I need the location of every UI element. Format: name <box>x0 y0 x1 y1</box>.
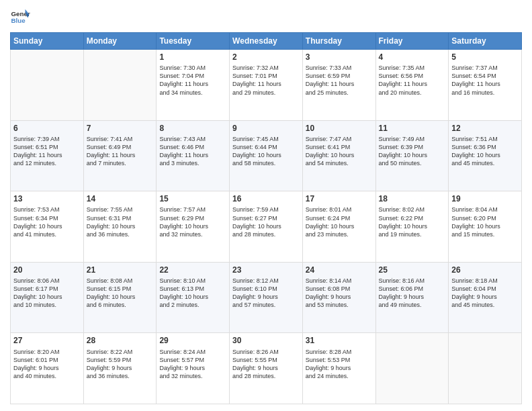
day-info: Sunrise: 8:20 AMSunset: 6:01 PMDaylight:… <box>13 348 81 381</box>
day-info: Sunrise: 7:59 AMSunset: 6:27 PMDaylight:… <box>232 205 300 238</box>
calendar-day-cell: 5Sunrise: 7:37 AMSunset: 6:54 PMDaylight… <box>449 50 522 121</box>
calendar-day-cell: 6Sunrise: 7:39 AMSunset: 6:51 PMDaylight… <box>11 120 84 191</box>
day-info: Sunrise: 8:18 AMSunset: 6:04 PMDaylight:… <box>451 277 519 310</box>
day-number: 9 <box>232 123 300 134</box>
day-info: Sunrise: 8:04 AMSunset: 6:20 PMDaylight:… <box>451 205 519 238</box>
day-number: 20 <box>13 265 81 275</box>
calendar-day-cell <box>375 333 449 404</box>
day-number: 28 <box>87 335 154 346</box>
day-info: Sunrise: 7:57 AMSunset: 6:29 PMDaylight:… <box>159 205 226 238</box>
day-number: 21 <box>87 265 154 275</box>
day-number: 11 <box>379 123 446 134</box>
day-number: 27 <box>13 335 81 346</box>
day-number: 15 <box>159 193 226 204</box>
day-info: Sunrise: 8:12 AMSunset: 6:10 PMDaylight:… <box>232 277 300 310</box>
calendar-day-cell: 23Sunrise: 8:12 AMSunset: 6:10 PMDayligh… <box>230 262 303 333</box>
day-number: 19 <box>451 193 519 204</box>
calendar-day-cell: 25Sunrise: 8:16 AMSunset: 6:06 PMDayligh… <box>375 262 449 333</box>
weekday-header: Saturday <box>449 33 522 50</box>
calendar-day-cell: 2Sunrise: 7:32 AMSunset: 7:01 PMDaylight… <box>230 50 303 121</box>
day-number: 25 <box>379 265 446 275</box>
day-number: 5 <box>451 52 519 62</box>
day-number: 24 <box>306 265 373 275</box>
day-number: 22 <box>159 265 226 275</box>
day-number: 10 <box>306 123 373 134</box>
day-info: Sunrise: 7:47 AMSunset: 6:41 PMDaylight:… <box>306 135 373 168</box>
day-number: 8 <box>159 123 226 134</box>
day-info: Sunrise: 7:43 AMSunset: 6:46 PMDaylight:… <box>159 135 226 168</box>
day-info: Sunrise: 8:02 AMSunset: 6:22 PMDaylight:… <box>379 205 446 238</box>
day-number: 2 <box>232 52 300 62</box>
calendar-day-cell <box>11 50 84 121</box>
day-info: Sunrise: 7:30 AMSunset: 7:04 PMDaylight:… <box>159 64 226 97</box>
day-info: Sunrise: 8:10 AMSunset: 6:13 PMDaylight:… <box>159 277 226 310</box>
calendar-week-row: 1Sunrise: 7:30 AMSunset: 7:04 PMDaylight… <box>11 50 522 121</box>
day-info: Sunrise: 8:14 AMSunset: 6:08 PMDaylight:… <box>306 277 373 310</box>
calendar-week-row: 13Sunrise: 7:53 AMSunset: 6:34 PMDayligh… <box>11 191 522 263</box>
day-info: Sunrise: 7:49 AMSunset: 6:39 PMDaylight:… <box>379 135 446 168</box>
day-info: Sunrise: 7:32 AMSunset: 7:01 PMDaylight:… <box>232 64 300 97</box>
day-number: 14 <box>87 193 154 204</box>
calendar-day-cell: 14Sunrise: 7:55 AMSunset: 6:31 PMDayligh… <box>83 191 157 263</box>
day-info: Sunrise: 7:39 AMSunset: 6:51 PMDaylight:… <box>13 135 81 168</box>
calendar-day-cell: 22Sunrise: 8:10 AMSunset: 6:13 PMDayligh… <box>157 262 230 333</box>
day-info: Sunrise: 8:08 AMSunset: 6:15 PMDaylight:… <box>87 277 154 310</box>
day-info: Sunrise: 7:37 AMSunset: 6:54 PMDaylight:… <box>451 64 519 97</box>
calendar-day-cell: 27Sunrise: 8:20 AMSunset: 6:01 PMDayligh… <box>11 333 84 404</box>
day-info: Sunrise: 8:24 AMSunset: 5:57 PMDaylight:… <box>159 348 226 381</box>
calendar-day-cell: 19Sunrise: 8:04 AMSunset: 6:20 PMDayligh… <box>449 191 522 263</box>
day-info: Sunrise: 7:41 AMSunset: 6:49 PMDaylight:… <box>87 135 154 168</box>
day-number: 18 <box>379 193 446 204</box>
day-info: Sunrise: 7:33 AMSunset: 6:59 PMDaylight:… <box>306 64 373 97</box>
calendar-table: SundayMondayTuesdayWednesdayThursdayFrid… <box>10 32 522 404</box>
day-info: Sunrise: 7:55 AMSunset: 6:31 PMDaylight:… <box>87 205 154 238</box>
day-number: 26 <box>451 265 519 275</box>
calendar-header-row: SundayMondayTuesdayWednesdayThursdayFrid… <box>11 33 522 50</box>
day-number: 16 <box>232 193 300 204</box>
day-info: Sunrise: 7:53 AMSunset: 6:34 PMDaylight:… <box>13 205 81 238</box>
day-info: Sunrise: 8:22 AMSunset: 5:59 PMDaylight:… <box>87 348 154 381</box>
calendar-day-cell: 9Sunrise: 7:45 AMSunset: 6:44 PMDaylight… <box>230 120 303 191</box>
calendar-day-cell: 29Sunrise: 8:24 AMSunset: 5:57 PMDayligh… <box>157 333 230 404</box>
day-number: 17 <box>306 193 373 204</box>
calendar-day-cell: 4Sunrise: 7:35 AMSunset: 6:56 PMDaylight… <box>375 50 449 121</box>
calendar-day-cell: 12Sunrise: 7:51 AMSunset: 6:36 PMDayligh… <box>449 120 522 191</box>
day-info: Sunrise: 8:01 AMSunset: 6:24 PMDaylight:… <box>306 205 373 238</box>
day-info: Sunrise: 8:28 AMSunset: 5:53 PMDaylight:… <box>306 348 373 381</box>
day-number: 31 <box>306 335 373 346</box>
logo: General Blue <box>10 7 30 27</box>
day-number: 12 <box>451 123 519 134</box>
weekday-header: Friday <box>375 33 449 50</box>
calendar-week-row: 27Sunrise: 8:20 AMSunset: 6:01 PMDayligh… <box>11 333 522 404</box>
day-number: 7 <box>87 123 154 134</box>
calendar-day-cell: 20Sunrise: 8:06 AMSunset: 6:17 PMDayligh… <box>11 262 84 333</box>
calendar-day-cell <box>449 333 522 404</box>
day-info: Sunrise: 8:06 AMSunset: 6:17 PMDaylight:… <box>13 277 81 310</box>
header: General Blue <box>10 7 522 27</box>
calendar-week-row: 6Sunrise: 7:39 AMSunset: 6:51 PMDaylight… <box>11 120 522 191</box>
day-number: 23 <box>232 265 300 275</box>
calendar-day-cell: 30Sunrise: 8:26 AMSunset: 5:55 PMDayligh… <box>230 333 303 404</box>
calendar-day-cell: 11Sunrise: 7:49 AMSunset: 6:39 PMDayligh… <box>375 120 449 191</box>
calendar-day-cell: 24Sunrise: 8:14 AMSunset: 6:08 PMDayligh… <box>302 262 375 333</box>
weekday-header: Sunday <box>11 33 84 50</box>
day-number: 3 <box>306 52 373 62</box>
calendar-day-cell: 7Sunrise: 7:41 AMSunset: 6:49 PMDaylight… <box>83 120 157 191</box>
calendar-day-cell: 16Sunrise: 7:59 AMSunset: 6:27 PMDayligh… <box>230 191 303 263</box>
calendar-day-cell: 8Sunrise: 7:43 AMSunset: 6:46 PMDaylight… <box>157 120 230 191</box>
weekday-header: Monday <box>83 33 157 50</box>
calendar-day-cell: 31Sunrise: 8:28 AMSunset: 5:53 PMDayligh… <box>302 333 375 404</box>
day-number: 6 <box>13 123 81 134</box>
day-info: Sunrise: 7:51 AMSunset: 6:36 PMDaylight:… <box>451 135 519 168</box>
day-number: 4 <box>379 52 446 62</box>
weekday-header: Tuesday <box>157 33 230 50</box>
day-number: 1 <box>159 52 226 62</box>
day-number: 29 <box>159 335 226 346</box>
calendar-day-cell: 10Sunrise: 7:47 AMSunset: 6:41 PMDayligh… <box>302 120 375 191</box>
calendar-day-cell: 3Sunrise: 7:33 AMSunset: 6:59 PMDaylight… <box>302 50 375 121</box>
day-number: 13 <box>13 193 81 204</box>
day-info: Sunrise: 8:16 AMSunset: 6:06 PMDaylight:… <box>379 277 446 310</box>
calendar-day-cell: 26Sunrise: 8:18 AMSunset: 6:04 PMDayligh… <box>449 262 522 333</box>
calendar-day-cell: 13Sunrise: 7:53 AMSunset: 6:34 PMDayligh… <box>11 191 84 263</box>
day-info: Sunrise: 7:35 AMSunset: 6:56 PMDaylight:… <box>379 64 446 97</box>
